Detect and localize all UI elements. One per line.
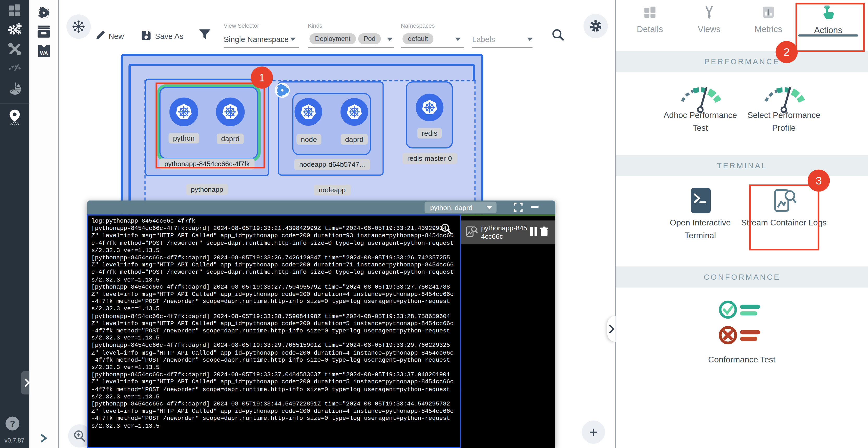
right-panel: Details Views Metrics Actions PERFORMANC… <box>615 0 868 448</box>
layout-network-button[interactable] <box>66 14 91 39</box>
section-header-performance: PERFORMANCE <box>616 51 868 72</box>
tools-icon[interactable] <box>0 42 29 55</box>
action-open-interactive-terminal[interactable]: Open Interactive Terminal <box>656 216 745 242</box>
left-sidebar: ? v0.7.87 <box>0 0 29 448</box>
kinds-label: Kinds <box>308 22 322 29</box>
terminal-dropdown-caret-icon <box>487 206 492 210</box>
tab-views[interactable]: Views <box>682 5 737 34</box>
log-entry: [pythonapp-8454cc66c-4f7fk:daprd] 2024-0… <box>91 371 457 400</box>
log-title: log:pythonapp-8454cc66c-4f7fk <box>91 218 457 225</box>
details-grid-icon <box>622 5 677 21</box>
container-python-k8s-icon[interactable] <box>169 97 198 126</box>
tab-label: Details <box>622 24 677 34</box>
action-adhoc-performance-test[interactable]: Adhoc Performance Test <box>656 109 745 134</box>
log-search-icon[interactable] <box>440 222 453 237</box>
tab-actions[interactable]: Actions <box>801 5 856 35</box>
pod-name-label: nodeapp-d64b5747... <box>294 159 370 170</box>
stream-item-label: pythonapp-8454cc66c <box>481 224 529 241</box>
kinds-underline <box>308 47 394 48</box>
dashboard-icon[interactable] <box>0 4 29 16</box>
metrics-chart-icon <box>741 5 796 21</box>
view-selector-value[interactable]: Single Namespace <box>224 35 289 44</box>
container-label: daprd <box>217 133 244 144</box>
log-entry: [pythonapp-8454cc66c-4f7fk:daprd] 2024-0… <box>91 342 457 371</box>
save-as-button[interactable]: Save As <box>155 32 183 40</box>
terminal-panel: python, daprd log:pythonapp-8454cc66c-4f… <box>87 201 555 448</box>
terminal-header[interactable]: python, daprd <box>87 201 555 214</box>
deployment-name-label: nodeapp <box>314 184 351 196</box>
new-button[interactable]: New <box>108 32 124 40</box>
view-selector-caret-icon[interactable] <box>290 37 296 41</box>
namespaces-caret-icon[interactable] <box>455 37 461 41</box>
location-pin-icon[interactable] <box>0 109 29 126</box>
active-tab-underline <box>798 34 858 36</box>
container-node-k8s-icon[interactable] <box>294 98 322 126</box>
action-stream-container-logs[interactable]: Stream Container Logs <box>740 216 828 229</box>
log-entry: [pythonapp-8454cc66c-4f7fk:daprd] 2024-0… <box>91 400 457 430</box>
pod-name-label: pythonapp-8454cc66c-4f7fk <box>159 158 255 169</box>
dapr-annotation-icon <box>275 83 290 100</box>
container-selector-value: python, daprd <box>430 204 472 211</box>
search-icon[interactable] <box>552 28 565 43</box>
container-redis-k8s-icon[interactable] <box>415 94 443 121</box>
conformance-checklist-icon[interactable] <box>717 300 768 353</box>
help-icon[interactable]: ? <box>5 417 19 430</box>
labels-caret-icon[interactable] <box>527 37 532 41</box>
labels-filter-field[interactable]: Labels <box>472 35 495 44</box>
panel-collapse-chevron[interactable] <box>607 316 616 342</box>
kinds-caret-icon[interactable] <box>387 37 393 41</box>
kind-chip-deployment[interactable]: Deployment <box>310 33 356 44</box>
tab-label: Metrics <box>741 24 796 34</box>
webassembly-icon[interactable]: WA <box>29 44 58 58</box>
pod-name-label: redis-master-0 <box>402 153 457 164</box>
strip-expand-chevron-icon[interactable] <box>29 434 58 443</box>
interactive-terminal-icon[interactable] <box>691 188 711 215</box>
log-entry: [pythonapp-8454cc66c-4f7fk:daprd] 2024-0… <box>91 255 457 283</box>
kind-chip-pod[interactable]: Pod <box>358 33 381 44</box>
add-button[interactable]: + <box>582 420 605 444</box>
tab-metrics[interactable]: Metrics <box>741 5 796 34</box>
minimize-icon[interactable] <box>531 206 539 208</box>
fullscreen-icon[interactable] <box>513 202 523 214</box>
plugin-strip: WA <box>29 0 59 448</box>
tab-details[interactable]: Details <box>622 5 677 34</box>
stream-logs-icon <box>466 225 478 240</box>
log-stream-item[interactable]: pythonapp-8454cc66c <box>461 220 555 244</box>
stream-container-logs-icon[interactable] <box>774 188 796 215</box>
dapr-logo-icon[interactable] <box>29 5 58 20</box>
container-daprd2-k8s-icon[interactable] <box>341 98 368 126</box>
pause-stream-icon[interactable] <box>530 226 538 238</box>
version-label: v0.7.87 <box>4 437 25 444</box>
views-branch-icon <box>682 5 737 21</box>
tab-label: Views <box>682 24 737 34</box>
settings-gears-icon[interactable] <box>0 23 29 36</box>
delete-stream-icon[interactable] <box>540 226 549 238</box>
annotation-badge-1: 1 <box>251 66 273 89</box>
view-selector-label: View Selector <box>224 22 259 29</box>
container-label: node <box>297 134 321 145</box>
log-entry: [pythonapp-8454cc66c-4f7fk:daprd] 2024-0… <box>91 313 457 342</box>
labels-underline <box>472 47 533 48</box>
namespace-chip-default[interactable]: default <box>402 33 433 44</box>
namespaces-underline <box>401 47 464 48</box>
log-output[interactable]: log:pythonapp-8454cc66c-4f7fk [pythonapp… <box>87 214 461 448</box>
deployment-name-label: pythonapp <box>186 184 228 195</box>
components-archive-icon[interactable] <box>29 26 58 38</box>
container-daprd-k8s-icon[interactable] <box>216 97 245 126</box>
annotation-badge-3: 3 <box>808 170 830 192</box>
svg-text:WA: WA <box>40 50 48 56</box>
section-header-terminal: TERMINAL <box>616 155 868 176</box>
filter-funnel-icon[interactable] <box>199 29 211 43</box>
container-selector-dropdown[interactable]: python, daprd <box>425 202 496 213</box>
action-conformance-test[interactable]: Conformance Test <box>698 353 786 365</box>
new-pencil-icon[interactable] <box>95 30 105 43</box>
container-label: redis <box>417 128 442 138</box>
gauge-icon[interactable] <box>0 61 29 72</box>
settings-gear-button[interactable] <box>584 14 608 38</box>
action-select-performance-profile[interactable]: Select Performance Profile <box>740 109 828 134</box>
save-as-icon[interactable] <box>141 30 152 43</box>
app-root: ? v0.7.87 WA New Save As <box>0 0 868 448</box>
container-label: python <box>168 133 199 144</box>
container-label: daprd <box>341 134 368 145</box>
analytics-pie-icon[interactable] <box>0 82 29 95</box>
